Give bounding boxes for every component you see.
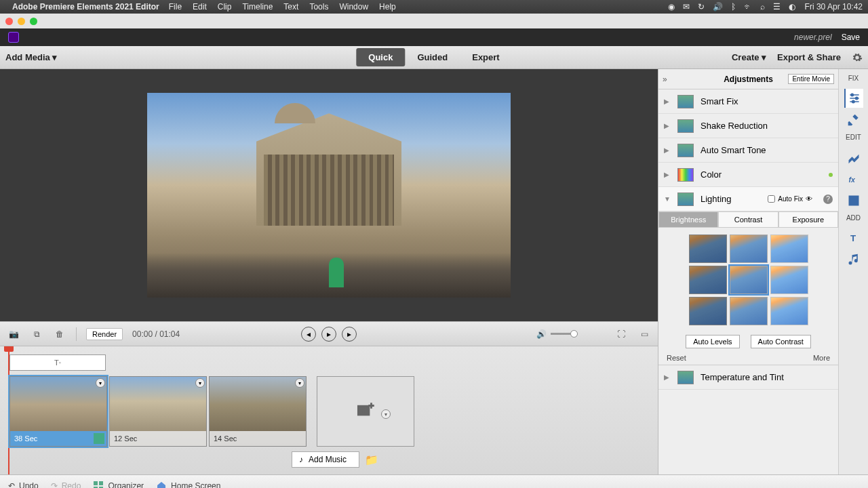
left-area: 📷 ⧉ 🗑 Render 00:00 / 01:04 ◂ ▸ ▸ 🔊 ⛶ ▭ [0,69,658,474]
clip-1[interactable]: ▾ 38 Sec [9,376,107,447]
preset-1[interactable] [689,235,727,263]
tab-guided[interactable]: Guided [405,48,460,66]
effects-icon[interactable] [844,148,863,167]
help-icon[interactable]: ? [823,195,833,204]
titles-icon[interactable]: T [844,228,863,247]
menu-file[interactable]: File [169,2,182,12]
volume-icon[interactable]: 🔊 [713,2,723,12]
adj-color[interactable]: ▶ Color [658,163,838,187]
menu-help[interactable]: Help [379,2,396,12]
subtab-exposure[interactable]: Exposure [778,211,838,228]
title-track[interactable]: T◦ [9,354,106,371]
user-icon[interactable]: ◐ [789,2,795,12]
clip-duration: 14 Sec [214,434,237,443]
datetime[interactable]: Fri 30 Apr 10:42 [805,2,863,12]
menu-window[interactable]: Window [339,2,368,12]
volume-icon[interactable]: 🔊 [536,329,547,339]
preset-5[interactable] [730,266,768,294]
close-button[interactable] [5,18,13,25]
search-icon[interactable]: ⌕ [760,2,765,12]
preview-video[interactable] [147,93,511,298]
menu-tools[interactable]: Tools [309,2,328,12]
fullscreen-icon[interactable]: ⛶ [614,327,628,341]
minimize-button[interactable] [18,18,25,25]
preset-6[interactable] [770,266,808,294]
chat-icon[interactable]: ✉ [683,2,690,12]
clip-duration: 12 Sec [114,434,137,443]
music-folder-icon[interactable]: 📁 [365,453,377,466]
adj-temperature[interactable]: ▶ Temperature and Tint [658,365,838,390]
clip-menu-icon[interactable]: ▾ [195,378,205,388]
adj-autotone[interactable]: ▶ Auto Smart Tone [658,138,838,163]
subtab-brightness[interactable]: Brightness [658,211,718,228]
clip-3[interactable]: ▾ 14 Sec [209,376,307,447]
delete-icon[interactable]: 🗑 [53,327,66,341]
export-button[interactable]: Export & Share [777,52,841,62]
tab-expert[interactable]: Expert [460,48,511,66]
reset-link[interactable]: Reset [667,354,686,362]
wifi-icon[interactable]: ᯤ [744,2,752,12]
menu-timeline[interactable]: Timeline [242,2,273,12]
volume-slider[interactable] [551,333,578,335]
save-button[interactable]: Save [842,33,860,42]
subtab-contrast[interactable]: Contrast [718,211,778,228]
clock-icon[interactable]: ↻ [698,2,705,12]
preset-7[interactable] [689,297,727,325]
menu-clip[interactable]: Clip [218,2,232,12]
preset-3[interactable] [770,235,808,263]
clip-menu-icon[interactable]: ▾ [96,378,105,388]
autofix-checkbox[interactable] [768,195,775,203]
project-filename: newer.prel [794,33,832,42]
more-link[interactable]: More [813,354,830,362]
preset-8[interactable] [730,297,768,325]
redo-button[interactable]: ↷ Redo [51,481,81,489]
tools-icon[interactable] [844,110,863,129]
menu-edit[interactable]: Edit [193,2,207,12]
home-button[interactable]: Home Screen [156,481,220,489]
status-icon[interactable]: ◉ [668,2,675,12]
settings-icon[interactable] [852,52,863,63]
prev-frame-button[interactable]: ◂ [301,327,316,342]
split-clip-icon[interactable]: ⧉ [30,327,43,341]
eye-icon[interactable]: 👁 [806,195,812,203]
add-media-button[interactable]: Add Media ▾ [5,52,57,62]
create-button[interactable]: Create ▾ [732,52,766,62]
auto-contrast-button[interactable]: Auto Contrast [751,335,811,348]
music-icon[interactable] [844,250,863,269]
add-clip-dropdown-icon[interactable]: ▾ [381,409,391,419]
adj-shake[interactable]: ▶ Shake Reduction [658,114,838,138]
auto-levels-button[interactable]: Auto Levels [686,335,739,348]
adjustments-title: Adjustments [724,75,773,84]
safe-margins-icon[interactable]: ▭ [637,327,651,341]
transitions-icon[interactable] [844,191,863,210]
clip-fx-icon[interactable] [94,433,104,444]
next-frame-button[interactable]: ▸ [342,327,357,342]
preset-4[interactable] [689,266,727,294]
preset-9[interactable] [770,297,808,325]
svg-rect-7 [94,481,98,485]
play-button[interactable]: ▸ [321,327,336,342]
preset-2[interactable] [730,235,768,263]
organizer-button[interactable]: Organizer [93,481,144,489]
render-button[interactable]: Render [86,328,123,340]
clip-menu-icon[interactable]: ▾ [295,378,304,388]
bluetooth-icon[interactable]: ᛒ [731,2,736,12]
snapshot-icon[interactable]: 📷 [7,327,20,341]
menu-text[interactable]: Text [283,2,298,12]
collapse-panel-icon[interactable]: » [663,75,667,84]
clip-2[interactable]: ▾ 12 Sec [109,376,207,447]
chevron-right-icon: ▶ [664,171,671,178]
maximize-button[interactable] [30,18,37,25]
entire-movie-button[interactable]: Entire Movie [788,74,834,84]
adj-lighting[interactable]: ▼ Lighting Auto Fix 👁 ? [658,187,838,211]
tab-quick[interactable]: Quick [356,48,405,66]
add-clip-button[interactable]: ▾ [317,376,414,447]
lighting-subtabs: Brightness Contrast Exposure [658,211,838,228]
adjustments-icon[interactable] [844,89,863,108]
control-center-icon[interactable]: ☰ [773,2,781,12]
adj-smartfix[interactable]: ▶ Smart Fix [658,89,838,114]
undo-button[interactable]: ↶ Undo [8,481,39,489]
timeline[interactable]: T◦ ▾ 38 Sec ▾ 12 Sec ▾ 14 Sec [0,346,658,474]
add-music-button[interactable]: ♪ Add Music [292,451,359,468]
fx-icon[interactable]: fx [844,169,863,188]
